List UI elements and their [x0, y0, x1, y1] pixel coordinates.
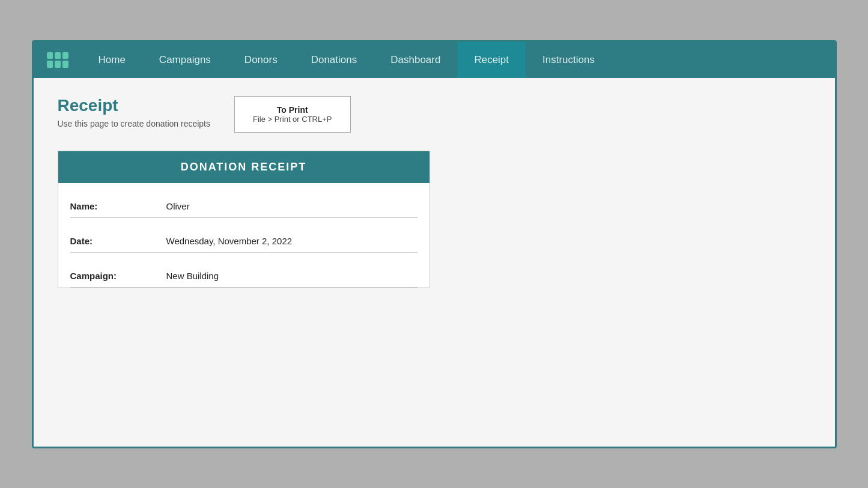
- receipt-field-campaign: Campaign: New Building: [70, 253, 417, 288]
- nav-dashboard[interactable]: Dashboard: [374, 42, 457, 78]
- nav-receipt[interactable]: Receipt: [457, 42, 526, 78]
- app-window: Home Campaigns Donors Donations Dashboar…: [32, 40, 837, 448]
- receipt-label-campaign: Campaign:: [70, 271, 166, 281]
- receipt-field-name: Name: Oliver: [70, 183, 417, 218]
- navbar: Home Campaigns Donors Donations Dashboar…: [34, 42, 835, 78]
- receipt-label-date: Date:: [70, 236, 166, 246]
- print-instructions-box: To Print File > Print or CTRL+P: [234, 96, 351, 133]
- page-header: Receipt Use this page to create donation…: [58, 96, 811, 133]
- nav-items: Home Campaigns Donors Donations Dashboar…: [82, 42, 835, 78]
- receipt-value-campaign: New Building: [166, 271, 417, 281]
- page-title: Receipt: [58, 96, 211, 115]
- logo-icon: [47, 52, 68, 68]
- receipt-body: Name: Oliver Date: Wednesday, November 2…: [58, 183, 429, 288]
- print-title: To Print: [253, 105, 332, 115]
- nav-donations[interactable]: Donations: [294, 42, 374, 78]
- print-hint: File > Print or CTRL+P: [253, 115, 332, 124]
- receipt-card: DONATION RECEIPT Name: Oliver Date: Wedn…: [58, 151, 430, 288]
- nav-home[interactable]: Home: [82, 42, 142, 78]
- receipt-value-date: Wednesday, November 2, 2022: [166, 236, 417, 246]
- content-area: Receipt Use this page to create donation…: [34, 78, 835, 447]
- receipt-field-date: Date: Wednesday, November 2, 2022: [70, 218, 417, 253]
- nav-instructions[interactable]: Instructions: [526, 42, 612, 78]
- receipt-header: DONATION RECEIPT: [58, 151, 429, 183]
- receipt-label-name: Name:: [70, 201, 166, 211]
- page-subtitle: Use this page to create donation receipt…: [58, 119, 211, 128]
- nav-campaigns[interactable]: Campaigns: [142, 42, 228, 78]
- nav-donors[interactable]: Donors: [228, 42, 294, 78]
- receipt-value-name: Oliver: [166, 201, 417, 211]
- logo-area: [34, 52, 82, 68]
- page-title-block: Receipt Use this page to create donation…: [58, 96, 211, 128]
